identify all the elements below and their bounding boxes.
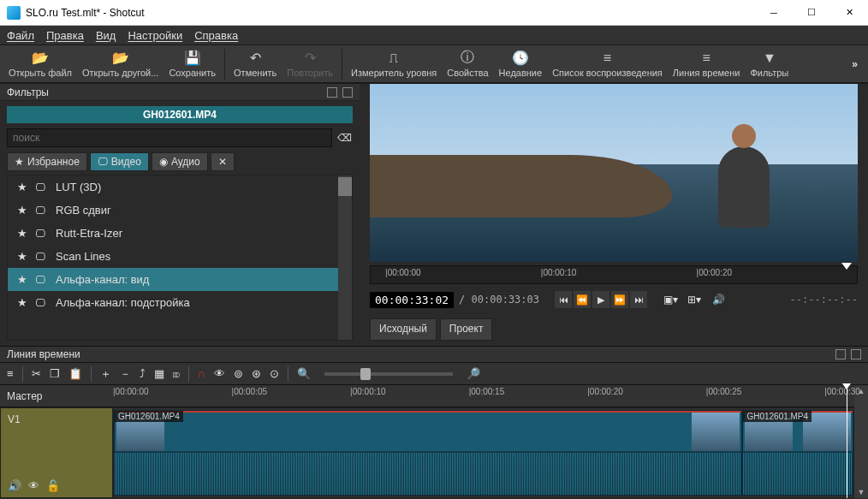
scrub-toggle[interactable]: 👁 — [214, 367, 225, 380]
favorite-star-icon[interactable]: ★ — [16, 250, 28, 263]
toolbar-icon: ↶ — [250, 50, 261, 66]
zoom-in-button[interactable]: 🔎 — [467, 367, 480, 380]
toolbar-недавние[interactable]: 🕓Недавние — [494, 45, 548, 83]
player-scrub-ruler[interactable]: |00:00:00|00:00:10|00:00:20 — [370, 265, 858, 284]
zoom-slider[interactable] — [324, 372, 453, 376]
favorite-star-icon[interactable]: ★ — [16, 273, 28, 286]
favorite-star-icon[interactable]: ★ — [16, 181, 28, 193]
minimize-button[interactable]: ─ — [755, 0, 793, 26]
copy-button[interactable]: ❐ — [50, 367, 60, 380]
ripple-toggle[interactable]: ⊚ — [234, 367, 243, 380]
panel-float-button[interactable] — [327, 87, 337, 98]
paste-button[interactable]: 📋 — [68, 367, 82, 380]
close-button[interactable]: ✕ — [830, 0, 868, 26]
fast-forward-button[interactable]: ⏩ — [611, 291, 628, 308]
track-name: V1 — [8, 413, 105, 425]
current-timecode[interactable]: 00:00:33:02 — [370, 292, 454, 308]
timeline-float-button[interactable] — [835, 349, 846, 359]
maximize-button[interactable]: ☐ — [793, 0, 830, 26]
append-button[interactable]: ＋ — [100, 366, 111, 382]
video-preview[interactable] — [370, 84, 858, 262]
cut-button[interactable]: ✂ — [32, 367, 41, 380]
timeline-scrollbar[interactable]: ▲▼ — [854, 385, 868, 498]
video-track[interactable]: GH012601.MP4GH012601.MP4 — [113, 407, 854, 498]
volume-button[interactable]: 🔊 — [709, 291, 728, 308]
window-titlebar: SLO.ru Test.mlt* - Shotcut ─ ☐ ✕ — [0, 0, 868, 26]
mute-icon[interactable]: 🔊 — [8, 479, 21, 492]
filter-item[interactable]: ★🖵Альфа-канал: вид — [8, 268, 338, 291]
filter-tab-Аудио[interactable]: ◉Аудио — [152, 152, 208, 171]
filter-type-icon: 🖵 — [35, 251, 49, 263]
menu-help[interactable]: Справка — [194, 29, 238, 42]
timeline-ruler-tick: |00:00:25 — [706, 387, 742, 396]
toolbar-label: Фильтры — [750, 68, 788, 78]
master-track-label[interactable]: Мастер — [0, 385, 113, 407]
filter-item[interactable]: ★🖵Rutt-Etra-Izer — [8, 222, 338, 245]
zoom-dropdown-button[interactable]: ▣▾ — [661, 291, 680, 308]
filter-tab-close[interactable]: ✕ — [211, 152, 235, 171]
filter-item-label: RGB сдвиг — [56, 204, 111, 217]
ruler-tick: |00:00:00 — [385, 268, 421, 277]
toolbar-повторить[interactable]: ↷Повторить — [282, 45, 338, 83]
skip-previous-button[interactable]: ⏮ — [555, 291, 572, 308]
favorite-star-icon[interactable]: ★ — [16, 296, 28, 309]
clear-search-icon[interactable]: ⌫ — [336, 129, 353, 146]
toolbar-свойства[interactable]: ⓘСвойства — [442, 45, 493, 83]
filter-item[interactable]: ★🖵LUT (3D) — [8, 175, 338, 199]
timeline-ruler-tick: |00:00:20 — [587, 387, 623, 396]
remove-button[interactable]: － — [120, 366, 131, 382]
timeline-clip[interactable]: GH012601.MP4 — [114, 410, 742, 496]
rewind-button[interactable]: ⏪ — [574, 291, 591, 308]
video-track-header[interactable]: V1 🔊 👁 🔓 — [0, 407, 113, 498]
toolbar-сохранить[interactable]: 💾Сохранить — [163, 45, 221, 83]
zoom-out-button[interactable]: 🔍 — [297, 367, 311, 380]
skip-next-button[interactable]: ⏭ — [630, 291, 647, 308]
menu-file[interactable]: Файл — [7, 29, 34, 42]
menu-settings[interactable]: Настройки — [128, 29, 182, 42]
lock-icon[interactable]: 🔓 — [46, 479, 60, 492]
toolbar-label: Свойства — [447, 68, 488, 78]
filter-item[interactable]: ★🖵Scan Lines — [8, 245, 338, 268]
menu-view[interactable]: Вид — [96, 29, 116, 42]
timeline-ruler-tick: |00:00:10 — [350, 387, 386, 396]
lift-button[interactable]: ⤴ — [140, 367, 146, 380]
menu-edit[interactable]: Правка — [46, 29, 84, 42]
split-button[interactable]: ⎄ — [173, 367, 180, 380]
favorite-star-icon[interactable]: ★ — [16, 204, 28, 217]
timeline-ruler[interactable]: |00:00:00|00:00:05|00:00:10|00:00:15|00:… — [113, 385, 854, 407]
filter-item[interactable]: ★🖵Альфа-канал: подстройка — [8, 291, 338, 314]
timeline-clip[interactable]: GH012601.MP4 — [742, 410, 853, 496]
toolbar-overflow-button[interactable]: » — [845, 58, 865, 70]
ripple-markers-toggle[interactable]: ⊙ — [270, 367, 279, 380]
toolbar-список-воспроизведения[interactable]: ≡Список воспроизведения — [547, 45, 668, 83]
play-button[interactable]: ▶ — [592, 291, 609, 308]
overwrite-button[interactable]: ▦ — [154, 367, 164, 380]
player-playhead-icon[interactable] — [841, 263, 852, 270]
grid-dropdown-button[interactable]: ⊞▾ — [685, 291, 704, 308]
filter-list-scrollbar[interactable] — [338, 175, 352, 340]
toolbar-фильтры[interactable]: ▼Фильтры — [745, 45, 794, 83]
hide-icon[interactable]: 👁 — [28, 479, 39, 492]
timeline-playhead-icon[interactable] — [842, 383, 851, 389]
timeline-close-button[interactable] — [851, 349, 861, 359]
filter-list: ★🖵LUT (3D)★🖵RGB сдвиг★🖵Rutt-Etra-Izer★🖵S… — [7, 175, 353, 341]
filter-item[interactable]: ★🖵RGB сдвиг — [8, 199, 338, 222]
source-tab[interactable]: Исходный — [370, 318, 437, 341]
panel-close-button[interactable] — [342, 87, 353, 98]
ripple-all-toggle[interactable]: ⊛ — [252, 367, 261, 380]
filter-item-label: Rutt-Etra-Izer — [56, 227, 122, 240]
toolbar-открыть-другой-[interactable]: 📂Открыть другой... — [77, 45, 163, 83]
filter-search-input[interactable] — [7, 128, 332, 147]
app-logo-icon — [7, 6, 21, 20]
filter-tab-Избранное[interactable]: ★Избранное — [7, 152, 87, 171]
favorite-star-icon[interactable]: ★ — [16, 227, 28, 240]
timeline-menu-button[interactable]: ≡ — [7, 367, 14, 380]
toolbar-измеритель-уровня[interactable]: ⎍Измеритель уровня — [346, 45, 442, 83]
snap-toggle-icon[interactable]: ∩ — [198, 367, 205, 380]
filter-tab-Видео[interactable]: 🖵Видео — [90, 152, 149, 171]
toolbar-открыть-файл[interactable]: 📂Открыть файл — [3, 45, 77, 83]
toolbar-линия-времени[interactable]: ≡Линия времени — [668, 45, 746, 83]
toolbar-label: Измеритель уровня — [351, 68, 437, 78]
project-tab[interactable]: Проект — [440, 318, 493, 341]
toolbar-отменить[interactable]: ↶Отменить — [229, 45, 282, 83]
